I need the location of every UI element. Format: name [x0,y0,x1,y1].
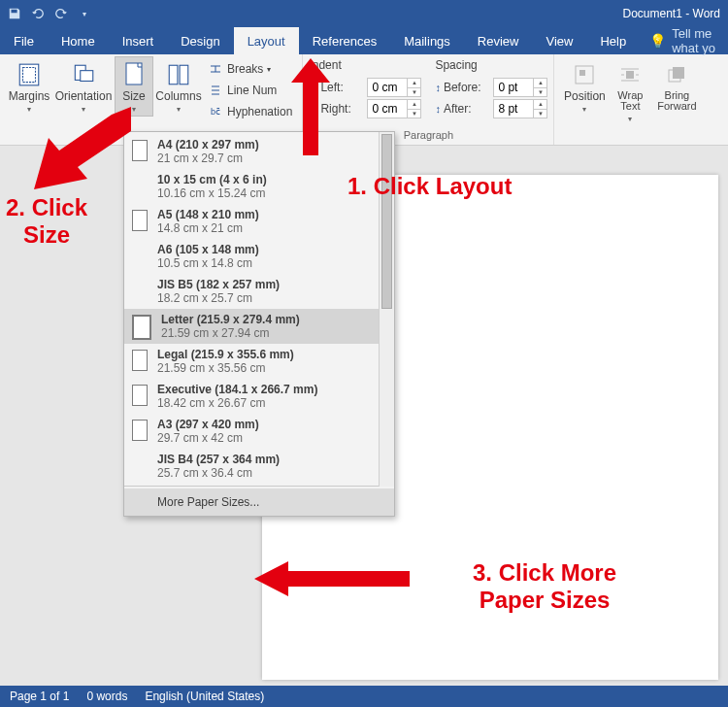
margins-icon [16,61,43,88]
size-option-title: A6 (105 x 148 mm) [157,243,259,256]
orientation-button[interactable]: Orientation ▾ [52,56,115,117]
tab-home[interactable]: Home [48,27,109,54]
margins-button[interactable]: Margins ▾ [6,56,52,117]
size-option[interactable]: 10 x 15 cm (4 x 6 in)10.16 cm x 15.24 cm [124,169,394,204]
breaks-button[interactable]: Breaks ▾ [204,58,296,80]
tab-view[interactable]: View [532,27,586,54]
size-button[interactable]: Size ▾ [115,56,153,117]
tell-me-search[interactable]: 💡 Tell me what yo [640,27,728,54]
position-icon [571,61,598,88]
hyphenation-button[interactable]: bc̄ Hyphenation [204,101,296,122]
size-option-sub: 18.42 cm x 26.67 cm [157,396,317,410]
wrap-text-button: Wrap Text ▾ [609,56,651,126]
line-numbers-icon [208,83,223,98]
size-option-title: JIS B4 (257 x 364 mm) [157,453,280,466]
qat-dropdown-icon[interactable]: ▾ [74,3,95,24]
tab-insert[interactable]: Insert [109,27,168,54]
size-option-title: JIS B5 (182 x 257 mm) [157,278,280,291]
undo-icon[interactable] [27,3,49,24]
separator [124,486,394,487]
save-icon[interactable] [4,3,25,24]
spinner-arrows[interactable]: ▲▼ [533,100,546,118]
svg-rect-9 [626,71,634,79]
columns-button[interactable]: Columns ▾ [153,56,204,117]
svg-rect-5 [169,65,178,84]
size-option-title: Letter (215.9 x 279.4 mm) [161,313,300,326]
bring-forward-button: Bring Forward [651,56,702,115]
paper-thumb-icon [132,140,148,161]
wrap-text-icon [616,61,644,88]
size-option-sub: 21.59 cm x 35.56 cm [157,361,294,375]
size-option-sub: 29.7 cm x 42 cm [157,431,259,445]
spacing-after-icon: ↕ [435,103,441,115]
chevron-down-icon: ▾ [82,105,85,114]
size-option[interactable]: Executive (184.1 x 266.7 mm)18.42 cm x 2… [124,379,394,414]
size-option-sub: 10.5 cm x 14.8 cm [157,256,259,270]
spacing-before-icon: ↕ [435,82,441,93]
tab-mailings[interactable]: Mailings [390,27,464,54]
paper-thumb-icon [132,385,148,406]
status-bar: Page 1 of 1 0 words English (United Stat… [0,686,728,707]
size-option-title: Legal (215.9 x 355.6 mm) [157,348,294,361]
size-option-title: A4 (210 x 297 mm) [157,138,259,152]
indent-left-icon: ⇤ [309,82,317,94]
size-option-sub: 21.59 cm x 27.94 cm [161,326,300,340]
spinner-arrows[interactable]: ▲▼ [407,100,420,118]
size-option-title: A3 (297 x 420 mm) [157,418,259,431]
size-dropdown: A4 (210 x 297 mm)21 cm x 29.7 cm10 x 15 … [123,131,395,517]
chevron-down-icon: ▾ [132,105,136,114]
line-numbers-button[interactable]: Line Num [204,80,296,101]
lightbulb-icon: 💡 [649,33,666,49]
status-language[interactable]: English (United States) [145,690,264,703]
columns-icon [165,61,192,88]
indent-right-input[interactable]: ▲▼ [367,99,421,118]
indent-left-input[interactable]: ▲▼ [367,78,421,97]
size-option[interactable]: Legal (215.9 x 355.6 mm)21.59 cm x 35.56… [124,344,394,379]
svg-rect-8 [579,70,585,76]
chevron-down-icon: ▾ [27,105,31,114]
tab-help[interactable]: Help [586,27,640,54]
scrollbar-thumb[interactable] [381,134,392,309]
spinner-arrows[interactable]: ▲▼ [407,79,420,96]
spacing-label: Spacing [435,58,547,76]
ribbon-tabs: File Home Insert Design Layout Reference… [0,27,728,54]
document-title: Document1 - Word [623,0,720,27]
bring-forward-icon [663,61,690,88]
size-option-sub: 10.16 cm x 15.24 cm [157,186,267,200]
size-option-title: A5 (148 x 210 mm) [157,208,259,221]
quick-access-toolbar: ▾ [4,3,95,24]
tab-layout[interactable]: Layout [234,27,299,54]
group-arrange: Position ▾ Wrap Text ▾ Bring Forward [554,54,708,145]
size-option[interactable]: JIS B5 (182 x 257 mm)18.2 cm x 25.7 cm [124,274,394,309]
size-option[interactable]: Letter (215.9 x 279.4 mm)21.59 cm x 27.9… [124,309,394,344]
title-bar: ▾ Document1 - Word [0,0,728,27]
size-option[interactable]: JIS B4 (257 x 364 mm)25.7 cm x 36.4 cm [124,449,394,484]
tab-references[interactable]: References [299,27,390,54]
size-option[interactable]: A5 (148 x 210 mm)14.8 cm x 21 cm [124,204,394,239]
spinner-arrows[interactable]: ▲▼ [533,79,546,96]
size-option[interactable]: A3 (297 x 420 mm)29.7 cm x 42 cm [124,414,394,449]
tab-design[interactable]: Design [167,27,233,54]
indent-label: Indent [309,58,421,76]
spacing-before-input[interactable]: ▲▼ [493,78,547,97]
redo-icon[interactable] [50,3,72,24]
svg-rect-6 [180,65,188,84]
size-option-sub: 14.8 cm x 21 cm [157,221,259,235]
more-paper-sizes[interactable]: More Paper Sizes... [124,488,394,516]
tell-me-label: Tell me what yo [672,26,718,55]
svg-rect-4 [126,63,142,84]
size-option-sub: 25.7 cm x 36.4 cm [157,466,280,480]
status-page[interactable]: Page 1 of 1 [10,690,69,703]
chevron-down-icon: ▾ [177,105,181,114]
spacing-after-input[interactable]: ▲▼ [493,99,547,118]
status-words[interactable]: 0 words [86,690,127,703]
size-option[interactable]: A4 (210 x 297 mm)21 cm x 29.7 cm [124,134,394,169]
tab-file[interactable]: File [0,27,48,54]
orientation-icon [70,61,97,88]
size-option-title: 10 x 15 cm (4 x 6 in) [157,173,267,186]
size-option[interactable]: A6 (105 x 148 mm)10.5 cm x 14.8 cm [124,239,394,274]
scrollbar[interactable] [379,132,394,487]
hyphenation-icon: bc̄ [208,104,223,119]
tab-review[interactable]: Review [464,27,533,54]
size-option-sub: 18.2 cm x 25.7 cm [157,291,280,305]
